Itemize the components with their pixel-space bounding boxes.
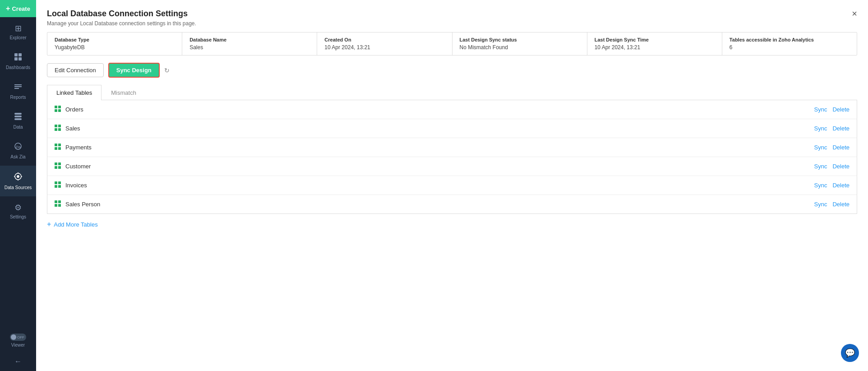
svg-rect-34: [55, 181, 57, 184]
svg-rect-38: [55, 200, 57, 203]
tab-mismatch[interactable]: Mismatch: [102, 85, 146, 100]
info-cell-tables-accessible: Tables accessible in Zoho Analytics 6: [722, 32, 857, 55]
svg-rect-40: [55, 204, 57, 207]
table-row: Payments Sync Delete: [47, 138, 857, 157]
svg-rect-3: [18, 57, 22, 60]
sync-button-customer[interactable]: Sync: [814, 163, 827, 170]
modal-title-section: Local Database Connection Settings Manag…: [47, 9, 196, 27]
sidebar-bottom: OFF Viewer ←: [0, 329, 36, 371]
grid-icon: [55, 144, 61, 151]
delete-button-invoices[interactable]: Delete: [832, 182, 850, 189]
delete-button-payments[interactable]: Delete: [832, 144, 850, 151]
sidebar-item-explorer[interactable]: ⊞ Explorer: [0, 17, 36, 46]
delete-button-orders[interactable]: Delete: [832, 106, 850, 113]
delete-button-sales[interactable]: Delete: [832, 125, 850, 132]
close-button[interactable]: ×: [852, 9, 857, 18]
linked-tables-list: Orders Sync Delete Sales Sync Delete: [47, 100, 857, 214]
svg-text:Zia: Zia: [15, 145, 21, 149]
tabs-container: Linked Tables Mismatch: [47, 85, 857, 100]
svg-rect-20: [55, 109, 57, 112]
refresh-icon[interactable]: ↻: [164, 67, 170, 74]
table-row: Customer Sync Delete: [47, 157, 857, 176]
svg-rect-5: [14, 86, 22, 87]
info-cell-created-on: Created On 10 Apr 2024, 13:21: [317, 32, 452, 55]
sidebar-item-ask-zia[interactable]: Zia Ask Zia: [0, 136, 36, 166]
explorer-icon: ⊞: [15, 23, 22, 33]
edit-connection-button[interactable]: Edit Connection: [47, 63, 104, 77]
svg-rect-21: [58, 109, 61, 112]
delete-button-customer[interactable]: Delete: [832, 163, 850, 170]
sidebar: + Create ⊞ Explorer Dashboards Reports: [0, 0, 36, 371]
settings-icon: ⚙: [14, 203, 22, 213]
collapse-icon: ←: [14, 357, 22, 366]
svg-rect-36: [55, 185, 57, 188]
svg-rect-23: [58, 125, 61, 127]
svg-rect-8: [14, 116, 22, 117]
table-row: Orders Sync Delete: [47, 100, 857, 119]
svg-rect-35: [58, 181, 61, 184]
svg-rect-27: [58, 144, 61, 146]
svg-rect-24: [55, 128, 57, 131]
viewer-section: OFF Viewer: [0, 329, 36, 352]
sync-button-invoices[interactable]: Sync: [814, 182, 827, 189]
sync-button-sales-person[interactable]: Sync: [814, 201, 827, 208]
sidebar-item-settings[interactable]: ⚙ Settings: [0, 196, 36, 226]
svg-rect-31: [58, 162, 61, 165]
sidebar-item-data-sources[interactable]: Data Sources: [0, 166, 36, 196]
modal-subtitle: Manage your Local Database connection se…: [47, 20, 196, 27]
modal-header: Local Database Connection Settings Manag…: [36, 0, 868, 32]
info-cell-db-name: Database Name Sales: [182, 32, 317, 55]
tab-linked-tables[interactable]: Linked Tables: [47, 85, 102, 100]
plus-icon: +: [6, 5, 10, 13]
grid-icon: [55, 125, 61, 132]
sidebar-item-reports[interactable]: Reports: [0, 76, 36, 106]
info-table: Database Type YugabyteDB Database Name S…: [47, 32, 857, 56]
svg-rect-29: [58, 147, 61, 150]
sync-button-sales[interactable]: Sync: [814, 125, 827, 132]
table-actions: Sync Delete: [814, 182, 850, 189]
svg-rect-37: [58, 185, 61, 188]
sidebar-item-dashboards[interactable]: Dashboards: [0, 46, 36, 76]
table-actions: Sync Delete: [814, 163, 850, 170]
ask-zia-icon: Zia: [14, 142, 22, 153]
svg-rect-33: [58, 166, 61, 169]
data-icon: [14, 112, 22, 123]
delete-button-sales-person[interactable]: Delete: [832, 201, 850, 208]
toggle-knob: [11, 334, 16, 340]
svg-rect-25: [58, 128, 61, 131]
svg-rect-1: [18, 53, 22, 56]
sync-button-payments[interactable]: Sync: [814, 144, 827, 151]
info-cell-db-type: Database Type YugabyteDB: [47, 32, 182, 55]
svg-rect-28: [55, 147, 57, 150]
info-cell-sync-time: Last Design Sync Time 10 Apr 2024, 13:21: [587, 32, 722, 55]
svg-rect-39: [58, 200, 61, 203]
svg-rect-7: [14, 113, 22, 115]
sync-design-button[interactable]: Sync Design: [108, 63, 160, 78]
dashboards-icon: [14, 53, 22, 63]
add-plus-icon: +: [47, 220, 51, 228]
table-row: Sales Person Sync Delete: [47, 195, 857, 213]
sidebar-item-data[interactable]: Data: [0, 106, 36, 136]
table-actions: Sync Delete: [814, 201, 850, 208]
svg-rect-2: [14, 57, 18, 60]
svg-point-12: [17, 175, 19, 178]
reports-icon: [14, 83, 22, 93]
svg-rect-0: [14, 53, 18, 56]
svg-rect-26: [55, 144, 57, 146]
chat-bubble-button[interactable]: 💬: [841, 344, 859, 362]
action-bar: Edit Connection Sync Design ↻: [36, 56, 868, 85]
table-row: Invoices Sync Delete: [47, 176, 857, 195]
grid-icon: [55, 181, 61, 189]
grid-icon: [55, 106, 61, 113]
table-row: Sales Sync Delete: [47, 119, 857, 138]
sidebar-collapse-button[interactable]: ←: [0, 352, 36, 371]
svg-rect-18: [55, 106, 57, 108]
sync-button-orders[interactable]: Sync: [814, 106, 827, 113]
svg-rect-9: [14, 118, 22, 120]
grid-icon: [55, 162, 61, 170]
modal-title: Local Database Connection Settings: [47, 9, 196, 19]
add-more-tables-button[interactable]: + Add More Tables: [36, 214, 868, 235]
svg-rect-19: [58, 106, 61, 108]
create-button[interactable]: + Create: [0, 0, 36, 17]
viewer-toggle[interactable]: OFF: [10, 334, 26, 341]
